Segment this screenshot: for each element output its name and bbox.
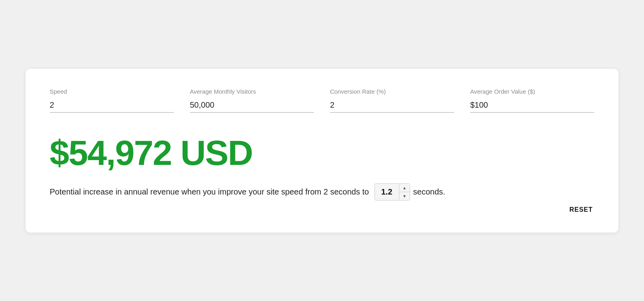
stepper-down-button[interactable]: ▾	[399, 192, 410, 200]
reset-button[interactable]: RESET	[568, 203, 594, 217]
description-row: Potential increase in annual revenue whe…	[50, 183, 594, 201]
monthly-visitors-input[interactable]	[190, 98, 314, 113]
monthly-visitors-input-group: Average Monthly Visitors	[190, 88, 314, 113]
inputs-row: Speed Average Monthly Visitors Conversio…	[50, 88, 594, 113]
order-value-input[interactable]	[470, 98, 594, 113]
calculator-card: Speed Average Monthly Visitors Conversio…	[26, 69, 618, 233]
conversion-rate-label: Conversion Rate (%)	[330, 88, 454, 95]
monthly-visitors-label: Average Monthly Visitors	[190, 88, 314, 95]
speed-stepper: 1.2 ▴ ▾	[374, 183, 410, 201]
speed-label: Speed	[50, 88, 174, 95]
stepper-value: 1.2	[375, 184, 399, 200]
order-value-input-group: Average Order Value ($)	[470, 88, 594, 113]
description-prefix: Potential increase in annual revenue whe…	[50, 186, 369, 198]
stepper-up-button[interactable]: ▴	[399, 184, 410, 192]
result-amount: $54,972 USD	[50, 135, 594, 171]
conversion-rate-input-group: Conversion Rate (%)	[330, 88, 454, 113]
description-suffix: seconds.	[413, 186, 445, 198]
order-value-label: Average Order Value ($)	[470, 88, 594, 95]
stepper-buttons: ▴ ▾	[399, 184, 410, 200]
conversion-rate-input[interactable]	[330, 98, 454, 113]
speed-input[interactable]	[50, 98, 174, 113]
speed-input-group: Speed	[50, 88, 174, 113]
